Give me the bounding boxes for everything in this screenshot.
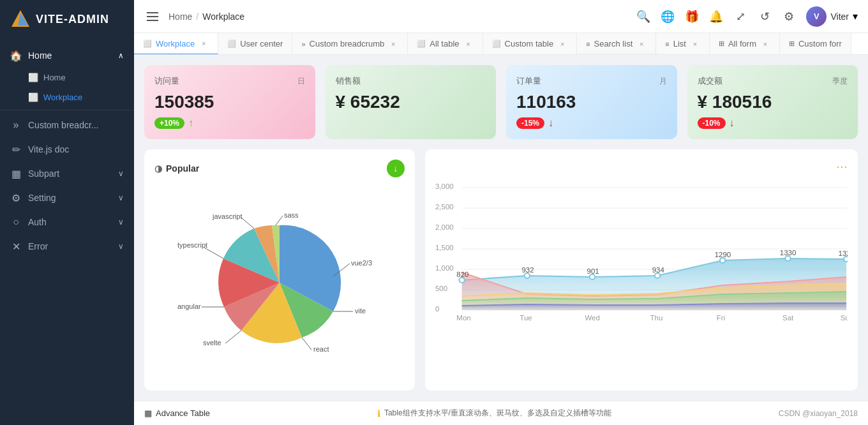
avatar: V [806,6,827,27]
svg-text:1,500: 1,500 [435,244,454,251]
tab-label-search-list: Search list [594,39,633,48]
svg-text:Sat: Sat [782,314,794,322]
sidebar-logo[interactable]: VITE-ADMIN [0,0,134,38]
workplace-sub-label: Workplace [43,93,82,102]
tab-label-list: List [673,39,686,48]
stat-footer-visits: +10% ↑ [154,117,305,129]
breadcrumb-home[interactable]: Home [168,11,192,22]
svg-line-14 [276,216,283,225]
bottom-bar: ▦ Advance Table ℹ Table组件支持水平/垂直滚动条、斑马纹、… [134,401,868,425]
stat-badge-orders: -15% [516,117,544,129]
tab-close-search-list[interactable]: × [636,39,647,49]
expand-icon[interactable]: ⤢ [733,10,747,24]
stat-cards: 访问量 日 150385 +10% ↑ 销售额 ¥ 65232 订单量 [144,65,858,139]
pie-download-button[interactable]: ↓ [387,160,405,177]
menu-bar-1 [147,12,158,13]
sidebar-sub-workplace[interactable]: ⬜ Workplace [0,87,134,107]
breadcrumb-separator: / [196,11,198,22]
workplace-sub-icon: ⬜ [28,93,38,102]
refresh-icon[interactable]: ↺ [758,10,772,24]
tab-close-all-table[interactable]: × [463,39,474,49]
user-avatar-button[interactable]: V Viter ▾ [806,6,858,27]
sidebar-item-home-group[interactable]: 🏠 Home ∧ [0,43,134,68]
custom-breadcrumb-label: Custom breadcr... [28,120,124,130]
main-content: Home / Workplace 🔍 🌐 🎁 🔔 ⤢ ↺ ⚙ V Viter ▾… [134,0,868,425]
home-group-chevron: ∧ [118,51,124,60]
svg-point-40 [655,273,660,278]
settings-icon[interactable]: ⚙ [782,10,796,24]
sidebar-item-vite-doc[interactable]: ✏ Vite.js doc [0,137,134,161]
share-button[interactable]: ⋯ [836,160,848,174]
menu-toggle-button[interactable] [144,10,161,24]
tab-user-center[interactable]: ⬜User center [218,33,292,54]
stat-label-visits: 访问量 [154,75,179,87]
stat-card-orders-header: 订单量 月 [516,75,667,87]
sidebar-item-error[interactable]: ✕ Error ∨ [0,234,134,258]
sidebar-divider-1 [0,110,134,110]
gift-icon[interactable]: 🎁 [685,10,699,24]
tab-list[interactable]: ≡List× [656,33,710,54]
tab-close-all-form[interactable]: × [760,39,770,49]
area-chart-header: ⋯ [435,160,848,174]
stat-card-visits-header: 访问量 日 [154,75,305,87]
pie-chart-card: ◑ Popular ↓ [144,149,415,391]
tab-close-list[interactable]: × [690,39,700,49]
tab-label-all-table: All table [430,39,459,48]
pie-chart-header: ◑ Popular ↓ [154,160,405,177]
error-label: Error [28,241,112,251]
svg-text:1330: 1330 [780,249,796,257]
stat-card-sales-header: 销售额 [336,75,486,87]
table-notice: ℹ Table组件支持水平/垂直滚动条、斑马纹、多选及自定义插槽等功能 [377,408,611,419]
tab-close-custom-table[interactable]: × [557,39,567,49]
tab-close-custom-breadcrumb[interactable]: × [388,39,398,49]
vite-doc-icon: ✏ [10,144,22,155]
svg-text:angular: angular [177,302,201,310]
svg-text:0: 0 [435,305,439,313]
logo-icon [10,9,31,29]
tab-icon-custom-breadcrumb: » [301,40,305,48]
svg-text:Wed: Wed [585,314,599,322]
svg-text:Fri: Fri [717,314,725,322]
stat-arrow-revenue: ↓ [730,117,735,129]
tab-custom-form[interactable]: ⊞Custom forr [780,33,851,54]
logo-text: VITE-ADMIN [36,13,109,26]
search-icon[interactable]: 🔍 [636,10,650,24]
svg-text:vue2/3: vue2/3 [351,259,372,267]
tab-icon-all-table: ⬜ [417,40,426,48]
svg-text:Thu: Thu [650,314,662,322]
sidebar-item-subpart[interactable]: ▦ Subpart ∨ [0,161,134,186]
svg-point-43 [844,257,848,262]
tab-custom-breadcrumb[interactable]: »Custom breadcrumb× [292,33,408,54]
sidebar-item-custom-breadcrumb[interactable]: » Custom breadcr... [0,113,134,137]
sidebar-menu: 🏠 Home ∧ ⬜ Home ⬜ Workplace » Custom bre… [0,38,134,425]
bell-icon[interactable]: 🔔 [709,10,723,24]
sidebar-sub-home[interactable]: ⬜ Home [0,68,134,87]
home-sub-label: Home [43,73,66,82]
tab-icon-workplace: ⬜ [143,40,152,48]
tab-label-custom-table: Custom table [505,39,554,48]
tab-workplace[interactable]: ⬜Workplace× [134,33,218,55]
user-name: Viter [830,11,849,22]
svg-text:sass: sass [284,212,299,219]
header: Home / Workplace 🔍 🌐 🎁 🔔 ⤢ ↺ ⚙ V Viter ▾ [134,0,868,33]
svg-text:934: 934 [652,266,664,274]
stat-arrow-orders: ↓ [548,117,553,129]
globe-icon[interactable]: 🌐 [661,10,675,24]
subpart-label: Subpart [28,168,112,179]
tab-all-table[interactable]: ⬜All table× [408,33,483,54]
tab-custom-table[interactable]: ⬜Custom table× [483,33,578,54]
stat-period-revenue: 季度 [832,76,848,87]
svg-text:Mon: Mon [456,314,470,322]
svg-text:typescript: typescript [177,241,207,249]
tab-close-workplace[interactable]: × [198,38,209,48]
sidebar-item-setting[interactable]: ⚙ Setting ∨ [0,186,134,210]
svg-text:1,000: 1,000 [435,264,454,272]
tab-search-list[interactable]: ≡Search list× [577,33,656,54]
svg-line-4 [302,338,311,350]
sidebar-item-auth[interactable]: ○ Auth ∨ [0,210,134,234]
stat-card-revenue: 成交额 季度 ¥ 180516 -10% ↓ [687,65,858,139]
tab-label-custom-breadcrumb: Custom breadcrumb [310,39,385,48]
stat-label-revenue: 成交额 [698,75,722,87]
breadcrumb: Home / Workplace [168,11,244,22]
tab-all-form[interactable]: ⊞All form× [710,33,780,54]
